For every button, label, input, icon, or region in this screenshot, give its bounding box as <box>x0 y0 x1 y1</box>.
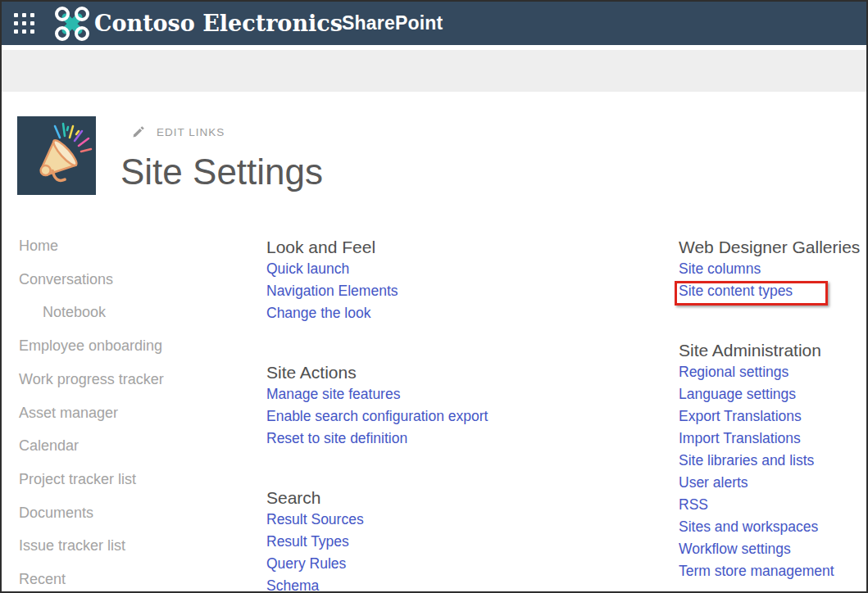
link-user-alerts[interactable]: User alerts <box>679 474 748 491</box>
ribbon-strip <box>2 50 866 92</box>
sharepoint-label[interactable]: SharePoint <box>342 12 443 34</box>
link-result-sources[interactable]: Result Sources <box>266 511 364 527</box>
section-heading: Site Administration <box>679 340 859 361</box>
sidebar-item-home[interactable]: Home <box>19 229 248 263</box>
sidebar-item-calendar[interactable]: Calendar <box>19 429 248 463</box>
link-site-columns[interactable]: Site columns <box>679 260 761 277</box>
settings-column-middle: Look and Feel Quick launch Navigation El… <box>266 237 660 593</box>
sidebar-item-asset-manager[interactable]: Asset manager <box>19 396 248 430</box>
link-manage-site-features[interactable]: Manage site features <box>266 386 400 402</box>
link-query-rules[interactable]: Query Rules <box>266 555 346 572</box>
settings-column-right: Web Designer Galleries Site columns Site… <box>679 237 859 582</box>
section-heading: Site Actions <box>266 362 660 383</box>
edit-links-button[interactable]: EDIT LINKS <box>132 125 225 138</box>
link-quick-launch[interactable]: Quick launch <box>266 260 349 277</box>
section-look-and-feel: Look and Feel Quick launch Navigation El… <box>266 237 660 324</box>
sidebar-item-employee-onboarding[interactable]: Employee onboarding <box>19 329 248 363</box>
edit-links-label: EDIT LINKS <box>157 126 225 138</box>
link-navigation-elements[interactable]: Navigation Elements <box>266 283 398 299</box>
section-heading: Look and Feel <box>266 237 660 258</box>
sidebar-item-documents[interactable]: Documents <box>19 496 248 530</box>
section-heading: Search <box>266 487 660 509</box>
brand-name: Contoso Electronics <box>94 11 343 36</box>
link-schema[interactable]: Schema <box>266 577 319 593</box>
link-workflow-settings[interactable]: Workflow settings <box>679 541 791 557</box>
link-change-the-look[interactable]: Change the look <box>266 305 370 321</box>
link-export-translations[interactable]: Export Translations <box>679 408 802 424</box>
sidebar-item-issue-tracker-list[interactable]: Issue tracker list <box>19 529 248 563</box>
quick-launch-nav: Home Conversations Notebook Employee onb… <box>19 229 248 593</box>
sharepoint-site-settings-page: Contoso Electronics SharePoint <box>0 0 868 593</box>
link-site-libraries-and-lists[interactable]: Site libraries and lists <box>679 452 814 469</box>
site-logo-megaphone[interactable] <box>17 116 96 195</box>
link-regional-settings[interactable]: Regional settings <box>679 364 788 380</box>
link-rss[interactable]: RSS <box>679 496 708 513</box>
section-site-administration: Site Administration Regional settings La… <box>679 340 859 582</box>
link-result-types[interactable]: Result Types <box>266 533 349 550</box>
sidebar-item-conversations[interactable]: Conversations <box>19 263 248 296</box>
link-sites-and-workspaces[interactable]: Sites and workspaces <box>679 518 818 535</box>
sidebar-item-recent[interactable]: Recent <box>19 563 248 593</box>
link-language-settings[interactable]: Language settings <box>679 386 796 402</box>
app-launcher-waffle-icon[interactable] <box>13 12 35 34</box>
link-site-content-types[interactable]: Site content types <box>679 283 793 299</box>
section-web-designer-galleries: Web Designer Galleries Site columns Site… <box>679 237 859 302</box>
contoso-drone-logo-icon <box>53 5 91 43</box>
link-import-translations[interactable]: Import Translations <box>679 430 801 446</box>
link-enable-search-configuration-export[interactable]: Enable search configuration export <box>266 408 488 424</box>
page-title: Site Settings <box>120 152 323 192</box>
section-search: Search Result Sources Result Types Query… <box>266 487 660 593</box>
sidebar-item-work-progress-tracker[interactable]: Work progress tracker <box>19 363 248 396</box>
section-heading: Web Designer Galleries <box>679 237 859 258</box>
suite-bar: Contoso Electronics SharePoint <box>2 2 866 45</box>
brand[interactable]: Contoso Electronics <box>53 5 343 43</box>
link-reset-to-site-definition[interactable]: Reset to site definition <box>266 430 407 446</box>
sidebar-item-project-tracker-list[interactable]: Project tracker list <box>19 463 248 496</box>
link-term-store-management[interactable]: Term store management <box>679 563 834 579</box>
sidebar-item-notebook[interactable]: Notebook <box>19 296 248 329</box>
section-site-actions: Site Actions Manage site features Enable… <box>266 362 660 450</box>
pencil-icon <box>132 125 145 138</box>
